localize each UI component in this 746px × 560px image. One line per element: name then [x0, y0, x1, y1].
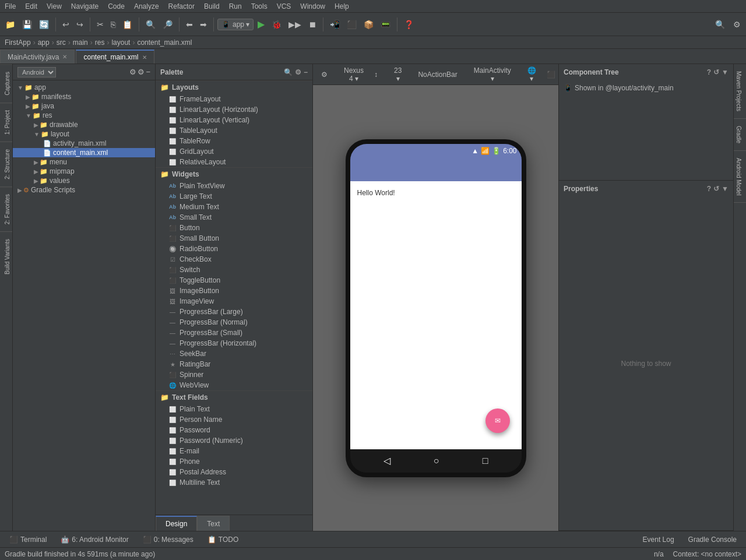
palette-item-plain-textview[interactable]: Ab Plain TextView — [156, 181, 312, 191]
expand-arrow[interactable]: ▶ — [26, 103, 30, 110]
palette-search-icon[interactable]: 🔍 — [284, 68, 293, 76]
status-tab-messages[interactable]: ⬛ 0: Messages — [138, 534, 198, 545]
palette-item-imagebutton[interactable]: 🖼 ImageButton — [156, 286, 312, 296]
sidebar-gear-icon[interactable]: ⚙ — [138, 68, 145, 76]
right-edge-tab-android-model[interactable]: Android Model — [734, 151, 746, 203]
expand-arrow[interactable]: ▶ — [34, 168, 38, 175]
palette-item-multiline-text[interactable]: ⬜ Multiline Text — [156, 477, 312, 488]
debug-button[interactable]: 🐞 — [269, 18, 284, 31]
design-canvas[interactable]: ▲ 📶 🔋 6:00 Hello World! ✉ ◁ ○ — [313, 85, 558, 531]
palette-item-linearlayout-v[interactable]: ⬜ LinearLayout (Vertical) — [156, 115, 312, 125]
palette-item-progressbar-large[interactable]: — ProgressBar (Large) — [156, 307, 312, 317]
android-view-dropdown[interactable]: Android Project — [17, 67, 56, 78]
menu-view[interactable]: View — [42, 1, 66, 12]
menu-analyze[interactable]: Analyze — [129, 1, 164, 12]
palette-item-tablerow[interactable]: ⬜ TableRow — [156, 136, 312, 146]
cut-button[interactable]: ✂ — [94, 18, 107, 31]
device-dropdown[interactable]: Nexus 4 ▾ — [340, 65, 367, 84]
palette-item-framelayout[interactable]: ⬜ FrameLayout — [156, 94, 312, 104]
left-edge-tab-build-variants[interactable]: Build Variants — [0, 231, 12, 281]
orientation-button[interactable]: ↕ — [371, 69, 381, 80]
theme-dropdown[interactable]: NoActionBar — [414, 69, 460, 80]
palette-item-person-name[interactable]: ⬜ Person Name — [156, 414, 312, 425]
tree-item-content-main[interactable]: 📄 content_main.xml — [13, 148, 155, 157]
palette-item-progressbar-normal[interactable]: — ProgressBar (Normal) — [156, 317, 312, 327]
menu-run[interactable]: Run — [224, 1, 247, 12]
palette-item-small-text[interactable]: Ab Small Text — [156, 212, 312, 223]
project-structure-button[interactable]: 📦 — [361, 18, 376, 31]
menu-navigate[interactable]: Navigate — [66, 1, 103, 12]
breadcrumb-src[interactable]: src — [57, 38, 66, 47]
palette-item-progressbar-horizontal[interactable]: — ProgressBar (Horizontal) — [156, 338, 312, 348]
status-tab-android-monitor[interactable]: 🤖 6: Android Monitor — [56, 534, 133, 545]
menu-file[interactable]: File — [0, 1, 20, 12]
palette-item-imageview[interactable]: 🖼 ImageView — [156, 296, 312, 307]
right-edge-tab-maven[interactable]: Maven Projects — [734, 64, 746, 119]
settings-button[interactable]: ⚙ — [730, 18, 744, 31]
sidebar-settings-icon[interactable]: ⚙ — [129, 68, 136, 76]
avd-button[interactable]: 📲 — [327, 18, 343, 31]
sync-button[interactable]: 🔄 — [36, 18, 52, 31]
screen-config-button[interactable]: ⚙ — [318, 69, 331, 80]
phone-back-button[interactable]: ◁ — [383, 455, 390, 466]
palette-item-plain-text[interactable]: ⬜ Plain Text — [156, 404, 312, 414]
help-button[interactable]: ❓ — [401, 18, 417, 31]
language-dropdown[interactable]: 🌐 ▾ — [524, 65, 540, 84]
run-button[interactable]: ▶ — [255, 17, 268, 31]
properties-filter-icon[interactable]: ▼ — [722, 185, 729, 193]
activity-dropdown[interactable]: MainActivity ▾ — [470, 65, 515, 84]
expand-arrow[interactable]: ▶ — [34, 178, 38, 184]
undo-button[interactable]: ↩ — [59, 18, 72, 31]
menu-build[interactable]: Build — [199, 1, 224, 12]
expand-arrow[interactable]: ▶ — [34, 122, 38, 128]
palette-section-layouts-header[interactable]: 📁 Layouts — [156, 80, 312, 94]
phone-recents-button[interactable]: □ — [483, 456, 488, 466]
tab-design[interactable]: Design — [156, 516, 197, 531]
palette-item-ratingbar[interactable]: ★ RatingBar — [156, 359, 312, 369]
palette-item-button[interactable]: ⬛ Button — [156, 223, 312, 233]
stop-button[interactable]: ⏹ — [305, 18, 319, 31]
phone-fab[interactable]: ✉ — [485, 408, 510, 433]
tree-item-java[interactable]: ▶ 📁 java — [13, 101, 155, 111]
breadcrumb-main[interactable]: main — [73, 38, 88, 47]
search-everywhere-button[interactable]: 🔍 — [712, 18, 728, 31]
expand-arrow[interactable]: ▶ — [17, 187, 22, 193]
palette-item-linearlayout-h[interactable]: ⬜ LinearLayout (Horizontal) — [156, 104, 312, 115]
right-edge-tab-gradle[interactable]: Gradle — [734, 119, 746, 151]
component-tree-item[interactable]: 📱 Shown in @layout/activity_main — [564, 84, 729, 92]
component-tree-help-icon[interactable]: ? — [707, 68, 711, 76]
palette-item-email[interactable]: ⬜ E-mail — [156, 446, 312, 456]
breadcrumb-res[interactable]: res — [95, 38, 105, 47]
breadcrumb-layout[interactable]: layout — [111, 38, 130, 47]
tab-mainactivity-close[interactable]: ✕ — [62, 54, 67, 60]
status-tab-terminal[interactable]: ⬛ Terminal — [5, 534, 51, 545]
expand-arrow[interactable]: ▶ — [34, 159, 38, 165]
component-tree-filter-icon[interactable]: ▼ — [722, 68, 729, 76]
status-tab-todo[interactable]: 📋 TODO — [203, 534, 243, 545]
tab-text[interactable]: Text — [197, 516, 230, 531]
tree-item-res[interactable]: ▼ 📁 res — [13, 111, 155, 120]
left-edge-tab-favorites[interactable]: 2: Favorites — [0, 186, 12, 231]
palette-item-seekbar[interactable]: ⋯ SeekBar — [156, 348, 312, 359]
coverage-button[interactable]: ▶▶ — [286, 18, 304, 31]
tree-item-menu[interactable]: ▶ 📁 menu — [13, 157, 155, 167]
tree-item-manifests[interactable]: ▶ 📁 manifests — [13, 92, 155, 101]
tab-content-main-close[interactable]: ✕ — [142, 54, 147, 61]
menu-tools[interactable]: Tools — [247, 1, 272, 12]
phone-home-button[interactable]: ○ — [434, 456, 439, 466]
tree-item-gradle-scripts[interactable]: ▶ ⚙ Gradle Scripts — [13, 185, 155, 195]
properties-help-icon[interactable]: ? — [707, 185, 711, 193]
palette-item-togglebutton[interactable]: ⬛ ToggleButton — [156, 275, 312, 286]
palette-item-tablelayout[interactable]: ⬜ TableLayout — [156, 125, 312, 136]
menu-code[interactable]: Code — [103, 1, 129, 12]
palette-item-webview[interactable]: 🌐 WebView — [156, 380, 312, 390]
palette-section-widgets-header[interactable]: 📁 Widgets — [156, 167, 312, 181]
breadcrumb-file[interactable]: content_main.xml — [137, 38, 192, 47]
sdk-manager-button[interactable]: ⬛ — [344, 18, 360, 31]
app-configuration-dropdown[interactable]: 📱 app ▾ — [217, 19, 254, 30]
breadcrumb-app[interactable]: app — [38, 38, 50, 47]
properties-refresh-icon[interactable]: ↺ — [713, 185, 719, 193]
build-next-button[interactable]: ➡ — [197, 18, 210, 31]
tree-item-app[interactable]: ▼ 📁 app — [13, 83, 155, 92]
search-button[interactable]: 🔍 — [143, 18, 159, 31]
